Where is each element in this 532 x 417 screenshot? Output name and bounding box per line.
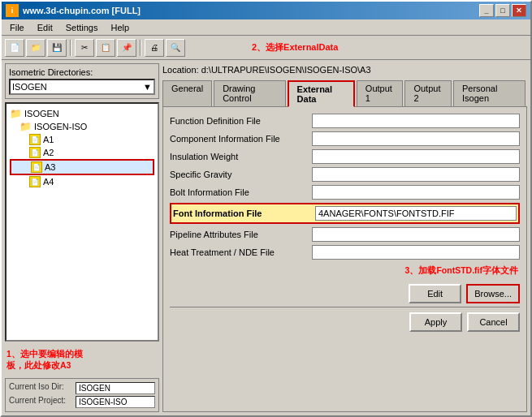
- current-project-value: ISOGEN-ISO: [76, 396, 155, 408]
- label-bolt: Bolt Information File: [170, 187, 312, 197]
- doc-icon-a1: 📄: [29, 134, 41, 145]
- doc-icon-a4: 📄: [29, 176, 41, 187]
- iso-dir-combo[interactable]: ISOGEN ▼: [9, 79, 155, 95]
- tree-root[interactable]: 📁 ISOGEN: [10, 107, 154, 120]
- toolbar: 📄 📁 💾 ✂ 📋 📌 🖨 🔍 2、选择ExternalData: [2, 36, 530, 60]
- doc-icon-a2: 📄: [29, 147, 41, 158]
- tree-a1[interactable]: 📄 A1: [10, 133, 154, 146]
- input-font[interactable]: [315, 206, 517, 221]
- label-pipeline: Pipeline Attributes File: [170, 230, 312, 239]
- form-row-font: Font Information File: [170, 203, 520, 224]
- tb-save[interactable]: 💾: [47, 39, 67, 57]
- bottom-info: Current Iso Dir: ISOGEN Current Project:…: [5, 378, 159, 412]
- label-insulation: Insulation Weight: [170, 152, 312, 161]
- annotation-left: 1、选中要编辑的模板，此处修改A3: [5, 345, 159, 375]
- input-component[interactable]: [312, 131, 520, 146]
- form-row-component: Component Information File: [170, 131, 520, 146]
- tab-personal-isogen[interactable]: Personal Isogen: [453, 80, 526, 107]
- tb-cut[interactable]: ✂: [75, 39, 94, 57]
- window-title: www.3d-chupin.com [FULL]: [23, 6, 141, 15]
- tb-paste[interactable]: 📌: [117, 39, 136, 57]
- tb-new[interactable]: 📄: [5, 39, 24, 57]
- bottom-buttons: Apply Cancel: [170, 307, 520, 337]
- label-function: Function Definition File: [170, 116, 312, 126]
- maximize-button[interactable]: □: [495, 4, 510, 17]
- input-pipeline[interactable]: [312, 227, 520, 242]
- tree-a4[interactable]: 📄 A4: [10, 175, 154, 188]
- folder-icon: 📁: [10, 108, 22, 119]
- close-button[interactable]: ✕: [512, 4, 526, 17]
- form-row-heat: Heat Treatment / NDE File: [170, 245, 520, 260]
- label-font: Font Information File: [173, 208, 315, 218]
- annotation-top: 2、选择ExternalData: [252, 42, 338, 52]
- tab-general[interactable]: General: [162, 80, 212, 107]
- input-function[interactable]: [312, 114, 520, 128]
- tab-external-data[interactable]: External Data: [288, 80, 355, 107]
- tab-output2[interactable]: Output 2: [404, 80, 452, 107]
- current-iso-dir-value: ISOGEN: [76, 382, 155, 394]
- input-insulation[interactable]: [312, 149, 520, 164]
- combo-arrow: ▼: [143, 82, 152, 92]
- tab-content: Function Definition File Component Infor…: [162, 106, 527, 412]
- menu-help[interactable]: Help: [104, 21, 136, 34]
- location-bar: Location: d:\ULTRAPURE\ISOGEN\ISOGEN-ISO…: [162, 63, 527, 76]
- tb-print[interactable]: 🖨: [145, 39, 164, 57]
- tb-open[interactable]: 📁: [26, 39, 45, 57]
- minimize-button[interactable]: _: [479, 4, 494, 17]
- iso-dir-group: Isometric Directories: ISOGEN ▼: [5, 63, 159, 99]
- form-row-insulation: Insulation Weight: [170, 149, 520, 164]
- input-bolt[interactable]: [312, 185, 520, 200]
- edit-button[interactable]: Edit: [409, 284, 461, 303]
- label-heat: Heat Treatment / NDE File: [170, 247, 312, 257]
- label-specific: Specific Gravity: [170, 170, 312, 179]
- current-iso-dir-label: Current Iso Dir:: [9, 382, 74, 394]
- menu-file[interactable]: File: [3, 21, 31, 34]
- form-row-specific: Specific Gravity: [170, 167, 520, 182]
- menu-edit[interactable]: Edit: [31, 21, 59, 34]
- current-project-label: Current Project:: [9, 396, 74, 408]
- app-icon: i: [6, 4, 19, 17]
- tab-output1[interactable]: Output 1: [357, 80, 404, 107]
- form-row-bolt: Bolt Information File: [170, 185, 520, 200]
- title-bar-left: i www.3d-chupin.com [FULL]: [6, 4, 141, 17]
- tb-sep2: [140, 40, 141, 56]
- label-component: Component Information File: [170, 134, 312, 144]
- browse-button[interactable]: Browse...: [466, 284, 520, 303]
- form-row-pipeline: Pipeline Attributes File: [170, 227, 520, 242]
- apply-button[interactable]: Apply: [409, 312, 462, 332]
- right-panel: Location: d:\ULTRAPURE\ISOGEN\ISOGEN-ISO…: [162, 63, 527, 412]
- tb-sep1: [70, 40, 71, 56]
- tab-drawing-control[interactable]: Drawing Control: [214, 80, 285, 107]
- tb-preview[interactable]: 🔍: [166, 39, 185, 57]
- title-bar-controls: _ □ ✕: [479, 4, 526, 17]
- tree-a2[interactable]: 📄 A2: [10, 146, 154, 159]
- tb-copy[interactable]: 📋: [96, 39, 115, 57]
- edit-browse-row: Edit Browse...: [170, 284, 520, 303]
- cancel-button[interactable]: Cancel: [467, 312, 520, 332]
- main-window: i www.3d-chupin.com [FULL] _ □ ✕ File Ed…: [0, 0, 532, 417]
- menu-bar: File Edit Settings Help: [2, 19, 530, 36]
- title-bar: i www.3d-chupin.com [FULL] _ □ ✕: [2, 2, 530, 19]
- input-specific[interactable]: [312, 167, 520, 182]
- tree-isogen-iso[interactable]: 📁 ISOGEN-ISO: [10, 120, 154, 133]
- tree-panel: 📁 ISOGEN 📁 ISOGEN-ISO 📄 A1 📄 A2 📄: [5, 102, 159, 342]
- tree-a3[interactable]: 📄 A3: [10, 159, 154, 175]
- input-heat[interactable]: [312, 245, 520, 260]
- form-row-function: Function Definition File: [170, 114, 520, 128]
- folder-icon-2: 📁: [19, 121, 32, 132]
- iso-dir-label: Isometric Directories:: [9, 67, 155, 77]
- main-area: Isometric Directories: ISOGEN ▼ 📁 ISOGEN…: [2, 60, 530, 415]
- tabs-container: General Drawing Control External Data Ou…: [162, 80, 527, 106]
- left-panel: Isometric Directories: ISOGEN ▼ 📁 ISOGEN…: [5, 63, 159, 412]
- menu-settings[interactable]: Settings: [59, 21, 105, 34]
- annotation-right: 3、加载FontSTD.fif字体文件: [405, 265, 518, 277]
- doc-icon-a3: 📄: [31, 161, 42, 173]
